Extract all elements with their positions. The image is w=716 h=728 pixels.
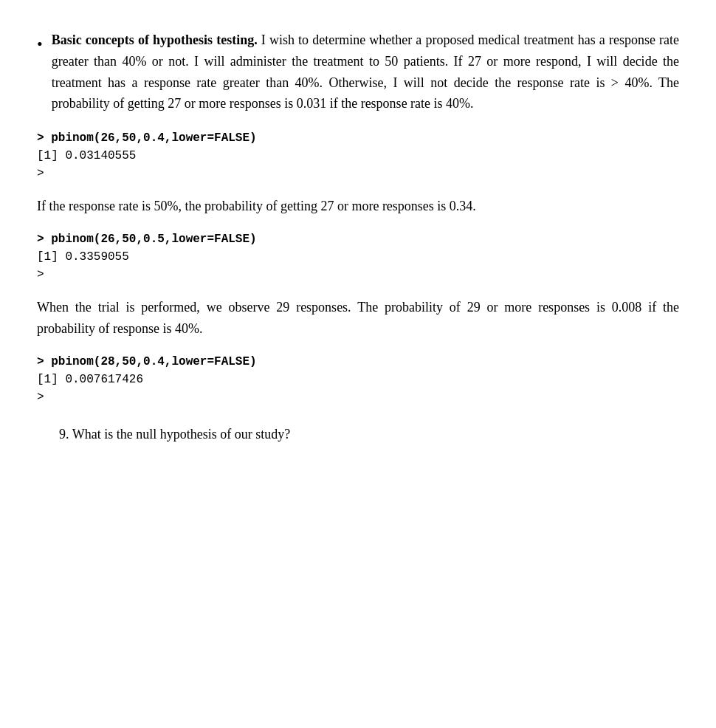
code-prompt-2: > pbinom(26,50,0.5,lower=FALSE) (37, 230, 679, 248)
code-output-1a: [1] 0.03140555 (37, 147, 679, 165)
code-output-3a: [1] 0.007617426 (37, 371, 679, 388)
code-prompt-symbol-2: > pbinom(26,50,0.5,lower=FALSE) (37, 233, 257, 246)
code-output-3b: > (37, 388, 679, 406)
code-prompt-symbol-1: > pbinom(26,50,0.4,lower=FALSE) (37, 131, 257, 145)
code-output-2b: > (37, 266, 679, 284)
code-output-2a: [1] 0.3359055 (37, 248, 679, 266)
bullet-paragraph: Basic concepts of hypothesis testing. I … (52, 30, 679, 114)
code-prompt-1: > pbinom(26,50,0.4,lower=FALSE) (37, 129, 679, 147)
paragraph-2: If the response rate is 50%, the probabi… (37, 196, 679, 217)
code-prompt-symbol-3: > pbinom(28,50,0.4,lower=FALSE) (37, 355, 257, 368)
code-block-2: > pbinom(26,50,0.5,lower=FALSE) [1] 0.33… (37, 230, 679, 284)
bullet-content: Basic concepts of hypothesis testing. I … (52, 30, 679, 114)
numbered-item-9: 9. What is the null hypothesis of our st… (59, 424, 679, 445)
bullet-section: • Basic concepts of hypothesis testing. … (37, 30, 679, 114)
code-block-3: > pbinom(28,50,0.4,lower=FALSE) [1] 0.00… (37, 353, 679, 406)
code-prompt-3: > pbinom(28,50,0.4,lower=FALSE) (37, 353, 679, 371)
code-block-1: > pbinom(26,50,0.4,lower=FALSE) [1] 0.03… (37, 129, 679, 182)
numbered-item-number: 9. (59, 427, 69, 442)
code-output-1b: > (37, 165, 679, 182)
bullet-title: Basic concepts of hypothesis testing. (52, 32, 258, 47)
numbered-item-text: What is the null hypothesis of our study… (72, 427, 290, 442)
bullet-dot: • (37, 31, 43, 57)
paragraph-3: When the trial is performed, we observe … (37, 297, 679, 340)
